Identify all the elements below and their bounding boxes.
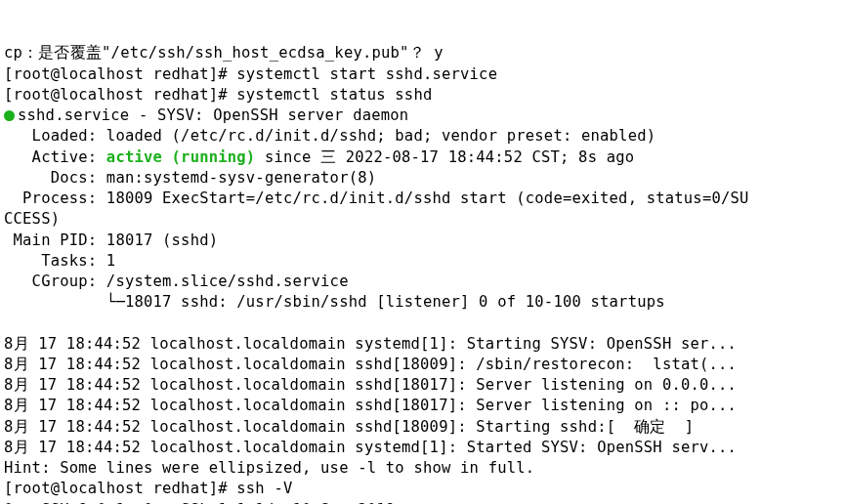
status-bullet-icon: [4, 110, 15, 121]
line: [root@localhost redhat]# systemctl statu…: [4, 86, 432, 104]
line: Loaded: loaded (/etc/rc.d/init.d/sshd; b…: [4, 127, 655, 145]
log-line: 8月 17 18:44:52 localhost.localdomain ssh…: [4, 356, 737, 373]
line: cp：是否覆盖"/etc/ssh/ssh_host_ecdsa_key.pub"…: [4, 44, 444, 62]
line: CCESS): [4, 210, 60, 228]
line: Process: 18009 ExecStart=/etc/rc.d/init.…: [4, 189, 749, 207]
line: Main PID: 18017 (sshd): [4, 231, 218, 249]
log-line: 8月 17 18:44:52 localhost.localdomain ssh…: [4, 418, 694, 436]
log-line: 8月 17 18:44:52 localhost.localdomain sys…: [4, 335, 737, 353]
line-part: since 三 2022-08-17 18:44:52 CST; 8s ago: [255, 148, 634, 166]
line: [root@localhost redhat]# systemctl start…: [4, 65, 497, 83]
line: └─18017 sshd: /usr/sbin/sshd [listener] …: [4, 293, 665, 311]
line: [root@localhost redhat]# ssh -V: [4, 480, 293, 497]
line: Tasks: 1: [4, 252, 115, 270]
line: Docs: man:systemd-sysv-generator(8): [4, 169, 376, 187]
terminal-output[interactable]: cp：是否覆盖"/etc/ssh/ssh_host_ecdsa_key.pub"…: [4, 43, 841, 504]
log-line: 8月 17 18:44:52 localhost.localdomain sys…: [4, 439, 737, 456]
log-line: 8月 17 18:44:52 localhost.localdomain ssh…: [4, 397, 737, 414]
line-part: Active:: [4, 148, 106, 166]
ssh-version-line: OpenSSH_9.0p1, OpenSSL 1.1.1d 10 Sep 201…: [4, 501, 395, 504]
hint-line: Hint: Some lines were ellipsized, use -l…: [4, 459, 534, 477]
line: CGroup: /system.slice/sshd.service: [4, 273, 349, 290]
active-status: active (running): [106, 148, 256, 166]
line: sshd.service - SYSV: OpenSSH server daem…: [18, 106, 408, 124]
log-line: 8月 17 18:44:52 localhost.localdomain ssh…: [4, 376, 737, 394]
